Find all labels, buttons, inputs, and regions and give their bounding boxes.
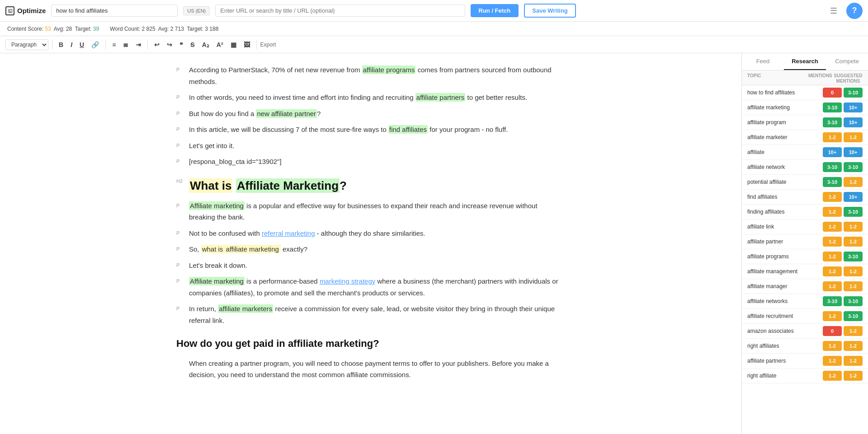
highlight-what-is: What is [189,178,232,193]
redo-button[interactable]: ↪ [164,39,175,50]
image-button[interactable]: 🖼 [241,39,253,50]
para-marker: P [176,156,184,166]
highlight-affiliate-programs: affiliate programs [362,65,416,74]
topic-row[interactable]: affiliate networks3-103-10 [742,294,868,309]
mentions-badge: 1-2 [823,266,842,276]
para-marker: P [176,243,184,253]
scores-bar: Content Score: 53 Avg: 28 Target: 39 Wor… [0,22,868,36]
bold-button[interactable]: B [56,39,66,50]
topic-row[interactable]: affiliate network3-103-10 [742,160,868,175]
topic-row[interactable]: how to find affiliates03-10 [742,85,868,100]
topic-name: affiliate networks [747,298,821,304]
mentions-badge: 1-2 [823,222,842,232]
topic-row[interactable]: affiliate marketer1-21-2 [742,130,868,145]
italic-button[interactable]: I [68,39,75,50]
para-text[interactable]: In other words, you need to invest time … [189,92,565,103]
topic-name: affiliate marketer [747,134,821,140]
blockquote-button[interactable]: ❝ [177,39,186,50]
topic-row[interactable]: affiliate programs1-23-10 [742,249,868,264]
topic-row[interactable]: affiliate manager1-21-2 [742,279,868,294]
topic-name: affiliate manager [747,283,821,289]
para-text[interactable]: So, what is affiliate marketing exactly? [189,243,565,255]
para-text[interactable]: Let's get into it. [189,140,565,152]
suggested-badge: 3-10 [844,88,863,98]
suggested-badge: 10+ [844,103,863,112]
suggested-badge: 3-10 [844,162,863,172]
ordered-list-button[interactable]: ≣ [120,39,131,50]
para-marker: P [176,92,184,102]
para-marker: P [176,200,184,210]
para-text-under-h3[interactable]: When creating a partner program, you wil… [176,358,565,381]
mentions-badge: 1-2 [823,207,842,217]
tab-feed[interactable]: Feed [742,53,784,70]
suggested-badge: 1-2 [844,177,863,187]
topic-row[interactable]: affiliate program3-1010+ [742,115,868,130]
undo-button[interactable]: ↩ [151,39,162,50]
document-title-input[interactable] [51,5,178,17]
para-text[interactable]: Not to be confused with referral marketi… [189,228,565,239]
marketing-strategy-link[interactable]: marketing strategy [320,277,375,285]
mentions-badge: 3-10 [823,117,842,127]
topic-row[interactable]: affiliate marketing3-1010+ [742,100,868,115]
para-text[interactable]: Let's break it down. [189,260,565,271]
main-layout: P According to PartnerStack, 70% of net … [0,53,868,434]
topic-name: amazon associates [747,328,821,334]
indent-button[interactable]: ⇥ [133,39,144,50]
save-writing-button[interactable]: Save Writing [524,4,576,18]
h3-heading[interactable]: How do you get paid in affiliate marketi… [176,335,565,352]
optimize-logo-icon: ◱ [5,6,14,15]
col-topic-header: TOPIC [747,73,807,84]
para-text[interactable]: In return, affiliate marketers receive a… [189,303,565,326]
paragraph-row: P [respona_blog_cta id="13902"] [176,156,565,168]
para-text[interactable]: According to PartnerStack, 70% of net ne… [189,64,565,87]
topic-row[interactable]: right affiliates1-21-2 [742,339,868,354]
col-mentions-header: MENTIONS [808,73,832,84]
topic-row[interactable]: potential affiliate3-101-2 [742,175,868,190]
content-score-value: 53 [45,26,51,32]
h2-heading[interactable]: What is Affiliate Marketing? [189,176,347,196]
topic-row[interactable]: find affiliates1-210+ [742,190,868,205]
export-label[interactable]: Export [260,42,276,48]
panel-content: TOPIC MENTIONS SUGGESTEDMENTIONS how to … [742,70,868,434]
superscript-button[interactable]: A² [214,39,226,50]
referral-marketing-link[interactable]: referral marketing [262,229,315,237]
highlight-aff-marketing-3: Affiliate marketing [189,277,245,285]
unordered-list-button[interactable]: ≡ [109,39,118,50]
para-text[interactable]: Affiliate marketing is a popular and eff… [189,200,565,223]
topic-row[interactable]: affiliate partner1-21-2 [742,234,868,249]
paragraph-row: P Not to be confused with referral marke… [176,228,565,239]
paragraph-style-select[interactable]: Paragraph Heading 1 Heading 2 Heading 3 [5,39,48,50]
topic-row[interactable]: affiliate link1-21-2 [742,219,868,234]
strikethrough-button[interactable]: S [188,39,197,50]
topic-row[interactable]: affiliate management1-21-2 [742,264,868,279]
topic-row[interactable]: affiliate partners1-21-2 [742,354,868,369]
subscript-button[interactable]: A₂ [199,39,212,50]
topic-row[interactable]: affiliate10+10+ [742,145,868,160]
tab-compete[interactable]: Compete [826,53,868,70]
h2-row: H2 What is Affiliate Marketing? [176,176,565,196]
divider3 [147,40,148,49]
underline-button[interactable]: U [77,39,87,50]
document-icon[interactable]: ☰ [826,4,841,18]
topic-name: right affiliate [747,373,821,379]
topic-name: right affiliates [747,343,821,349]
topic-row[interactable]: finding affiliates1-23-10 [742,205,868,219]
url-input[interactable] [215,5,465,17]
topic-name: affiliate programs [747,253,821,260]
topic-row[interactable]: amazon associates01-2 [742,324,868,339]
editor-area[interactable]: P According to PartnerStack, 70% of net … [0,53,741,434]
help-button[interactable]: ? [846,3,863,19]
table-button[interactable]: ▦ [228,39,239,50]
para-text[interactable]: Affiliate marketing is a performance-bas… [189,275,565,299]
mentions-badge: 3-10 [823,103,842,112]
run-fetch-button[interactable]: Run / Fetch [471,4,519,17]
mentions-badge: 10+ [823,147,842,157]
para-text[interactable]: But how do you find a new affiliate part… [189,108,565,120]
topic-row[interactable]: right affiliate1-21-2 [742,369,868,383]
para-text[interactable]: [respona_blog_cta id="13902"] [189,156,565,168]
tab-research[interactable]: Research [784,53,826,70]
topic-name: finding affiliates [747,209,821,215]
topic-row[interactable]: affiliate recruitment1-23-10 [742,309,868,324]
para-text[interactable]: In this article, we will be discussing 7… [189,124,565,135]
link-button[interactable]: 🔗 [89,39,102,50]
